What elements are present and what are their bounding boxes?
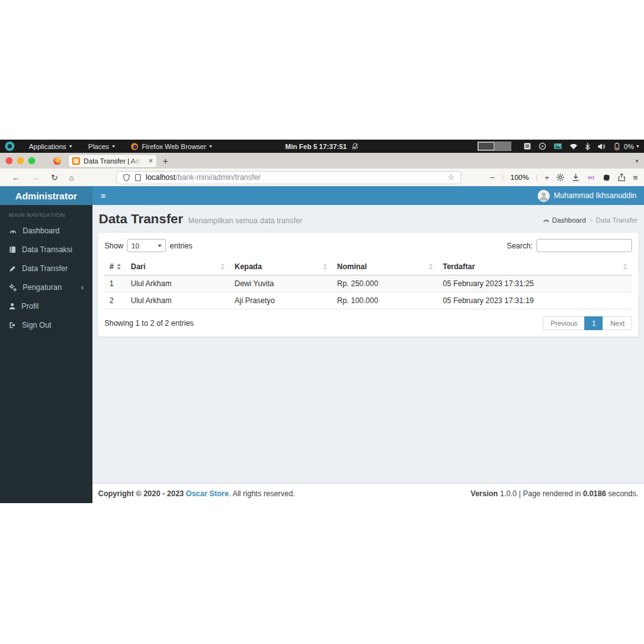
sidebar-item-label: Dashboard (23, 226, 60, 235)
sidebar-item-label: Sign Out (22, 321, 52, 330)
volume-icon[interactable] (597, 143, 606, 150)
window-maximize-button[interactable] (28, 157, 35, 164)
version-value: 1.0.0 | Page rendered in (500, 489, 581, 498)
pagination-previous-button[interactable]: Previous (543, 316, 585, 330)
column-header-kepada[interactable]: Kepada (230, 258, 332, 275)
breadcrumb: Dashboard > Data Transfer (543, 216, 638, 224)
breadcrumb-dashboard-link[interactable]: Dashboard (543, 216, 586, 224)
separator: | (502, 174, 504, 181)
all-tabs-chevron-icon[interactable]: ▾ (635, 158, 638, 164)
firefox-menu-label: Firefox Web Browser (142, 143, 206, 150)
disk-utility-icon[interactable] (523, 142, 531, 150)
pencil-icon (9, 265, 16, 272)
back-button[interactable]: ← (6, 173, 26, 182)
breadcrumb-separator: > (589, 217, 593, 224)
chevron-left-icon: ‹ (81, 283, 84, 292)
gears-icon (9, 284, 17, 292)
reload-button[interactable]: ↻ (45, 173, 64, 182)
downloads-icon[interactable] (572, 173, 580, 182)
workspace-2[interactable] (494, 142, 511, 150)
tracking-shield-icon[interactable] (123, 174, 130, 182)
sort-icon (323, 264, 327, 270)
zoom-out-button[interactable]: − (490, 173, 495, 182)
workspace-1[interactable] (478, 142, 494, 150)
caret-down-icon: ▾ (112, 144, 114, 149)
zoom-in-button[interactable]: + (545, 173, 550, 182)
pagination-page-1-button[interactable]: 1 (584, 316, 603, 330)
zoom-level-button[interactable]: 100% (511, 174, 529, 181)
app-menu-button[interactable]: ≡ (633, 173, 638, 182)
column-header-num[interactable]: # (104, 258, 126, 275)
firefox-app-menu[interactable]: Firefox Web Browser ▾ (123, 140, 220, 153)
sidebar-item-label: Data Transaksi (22, 245, 72, 254)
sort-icon (117, 264, 121, 270)
screenshot-tool-icon[interactable] (553, 142, 562, 150)
desktop-screen: Applications ▾ Places ▾ Firefox Web Brow… (0, 140, 644, 503)
sidebar-item-label: Profil (21, 302, 38, 311)
sidebar-item-profil[interactable]: Profil (0, 297, 92, 316)
distro-logo-icon[interactable] (5, 142, 14, 151)
new-tab-button[interactable]: + (157, 156, 174, 166)
window-minimize-button[interactable] (17, 157, 24, 164)
battery-indicator[interactable]: 0% ▾ (613, 143, 639, 150)
column-label: Terdaftar (443, 262, 475, 271)
user-icon (9, 303, 16, 310)
user-menu[interactable]: Muhammad Ikhsanuddin (538, 190, 644, 202)
gnome-top-bar: Applications ▾ Places ▾ Firefox Web Brow… (0, 140, 644, 153)
content-header: Data Transfer Menampilkan semua data tra… (92, 205, 644, 232)
sidebar-item-data-transfer[interactable]: Data Transfer (0, 259, 92, 278)
brand-logo[interactable]: Administrator (0, 186, 92, 205)
page-length-select[interactable]: 10 (127, 239, 166, 252)
pagination-next-button[interactable]: Next (602, 316, 632, 330)
sidebar-item-dashboard[interactable]: Dashboard (0, 221, 92, 240)
applications-menu-label: Applications (29, 143, 66, 150)
dashboard-icon (543, 217, 550, 223)
page-info-icon[interactable] (135, 174, 142, 182)
system-tray: 0% ▾ (477, 140, 644, 153)
render-time: 0.0186 (583, 489, 606, 498)
search-input[interactable] (536, 239, 632, 252)
sidebar-section-label: MAIN NAVIGATION (0, 205, 92, 221)
table-row: 2 Ulul Arkham Aji Prasetyo Rp. 100.000 0… (104, 292, 632, 309)
applications-menu[interactable]: Applications ▾ (21, 140, 80, 153)
content-area: Data Transfer Menampilkan semua data tra… (92, 205, 644, 503)
sidebar-item-data-transaksi[interactable]: Data Transaksi (0, 240, 92, 259)
browser-tab-active[interactable]: Data Transfer | Administr × (69, 155, 157, 167)
share-icon[interactable] (618, 173, 626, 182)
clock-area[interactable]: Min Feb 5 17:37:51 (286, 143, 359, 150)
home-button[interactable]: ⌂ (64, 173, 80, 182)
sidebar-item-pengaturan[interactable]: Pengaturan ‹ (0, 278, 92, 297)
search-area: Search: (507, 239, 632, 252)
page-title: Data Transfer (99, 211, 183, 226)
window-close-button[interactable] (6, 157, 13, 164)
extension-icon[interactable] (602, 174, 611, 182)
avatar (538, 190, 550, 202)
column-header-dari[interactable]: Dari (126, 258, 230, 275)
battery-percent-label: 0% (624, 143, 634, 150)
settings-gear-icon[interactable] (556, 173, 565, 182)
cell-terdaftar: 05 February 2023 17:31:25 (438, 275, 632, 292)
separator: | (536, 174, 538, 181)
datatable-box: Show 10 entries Search: # (97, 232, 639, 337)
url-bar[interactable]: localhost/bank-mini/admin/transfer ☆ (116, 171, 461, 184)
tab-close-icon[interactable]: × (148, 157, 153, 165)
sidebar-toggle-button[interactable]: ≡ (92, 186, 114, 205)
wifi-icon[interactable] (569, 143, 578, 150)
sidebar-item-sign-out[interactable]: Sign Out (0, 316, 92, 335)
chat-status-icon[interactable] (538, 142, 547, 150)
broadcast-extension-icon[interactable] (587, 174, 596, 182)
column-header-terdaftar[interactable]: Terdaftar (438, 258, 632, 275)
search-label: Search: (507, 242, 533, 250)
forward-button[interactable]: → (26, 173, 45, 182)
places-menu[interactable]: Places ▾ (80, 140, 123, 153)
toolbar-right-icons: − | 100% | + ≡ (490, 173, 638, 182)
caret-down-icon: ▾ (636, 144, 639, 149)
oscar-store-link[interactable]: Oscar Store (186, 489, 229, 498)
workspace-switcher[interactable] (477, 142, 511, 151)
bookmark-star-icon[interactable]: ☆ (448, 173, 455, 182)
app-footer: Copyright © 2020 - 2023 Oscar Store. All… (92, 483, 644, 503)
bluetooth-icon[interactable] (585, 142, 591, 150)
tab-favicon (72, 157, 80, 165)
column-header-nominal[interactable]: Nominal (332, 258, 438, 275)
transfer-table: # Dari Kepada Nominal Terdaftar 1 Ulul A… (104, 258, 632, 309)
